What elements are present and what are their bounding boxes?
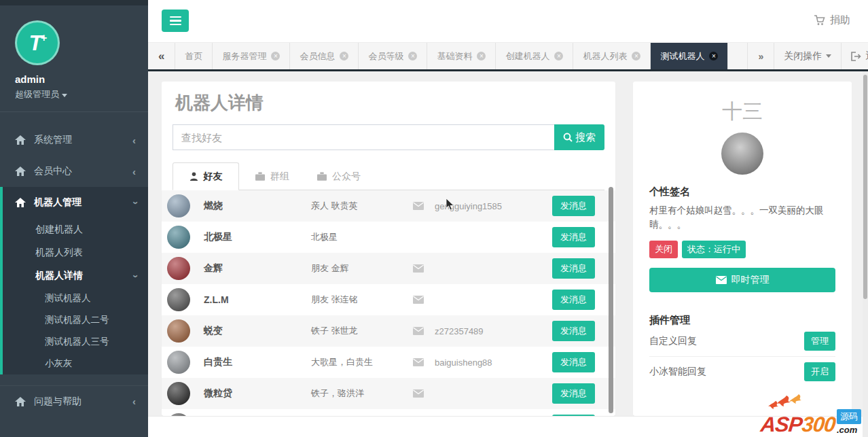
send-message-button[interactable]: 发消息: [552, 258, 595, 279]
friend-row[interactable]: 微粒贷 铁子，骆洪洋 发消息: [162, 378, 615, 409]
instant-manage-button[interactable]: 即时管理: [649, 268, 835, 292]
plugin-row-xiaoice-reply: 小冰智能回复 开启: [649, 357, 835, 387]
friend-row[interactable]: 燃烧 亲人 耿贵英 gengguiying1585 发消息: [162, 190, 615, 222]
home-icon: [15, 397, 26, 406]
manage-plugin-button[interactable]: 管理: [804, 332, 835, 351]
friend-row[interactable]: 蜕变 铁子 张世龙 z272357489 发消息: [162, 315, 615, 347]
plugin-row-custom-reply: 自定义回复 管理: [649, 327, 835, 357]
avatar: [167, 194, 190, 217]
username: admin: [15, 73, 148, 85]
send-message-button[interactable]: 发消息: [552, 383, 595, 404]
enable-plugin-button[interactable]: 开启: [804, 362, 835, 381]
sidebar-item-test-robot-2[interactable]: 测试机器人二号: [3, 309, 148, 331]
avatar: [167, 382, 190, 405]
tab-test-robot-active[interactable]: 测试机器人 ×: [651, 43, 728, 69]
close-tab-icon[interactable]: ×: [271, 52, 280, 60]
status-badges: 关闭 状态：运行中: [649, 241, 835, 258]
donate-button[interactable]: 捐助: [814, 14, 850, 27]
close-operations-dropdown[interactable]: 关闭操作: [774, 43, 841, 69]
logout-button[interactable]: 退出: [841, 43, 868, 69]
briefcase-icon: [317, 172, 327, 181]
sidebar-item-robot-management[interactable]: 机器人管理 ‹: [3, 187, 148, 218]
sidebar-toggle-button[interactable]: [162, 10, 189, 32]
mail-icon: [413, 264, 424, 273]
close-tab-icon[interactable]: ×: [632, 52, 640, 60]
robot-name: 十三: [649, 98, 835, 126]
friend-row[interactable]: 白贵生 大歌星，白贵生 baiguisheng88 发消息: [162, 347, 615, 378]
mail-icon: [413, 296, 424, 304]
tab-groups[interactable]: 群组: [239, 162, 306, 190]
robot-avatar: [721, 133, 763, 175]
close-tab-icon[interactable]: ×: [709, 52, 718, 60]
user-role-dropdown[interactable]: 超级管理员: [15, 88, 148, 101]
send-message-button[interactable]: 发消息: [552, 227, 595, 247]
avatar: [167, 226, 190, 249]
friend-row[interactable]: Z.L.M 朋友 张连铭 发消息: [162, 284, 615, 315]
home-icon: [15, 198, 26, 207]
status-badge: 状态：运行中: [682, 241, 746, 258]
tab-home[interactable]: 首页: [175, 43, 213, 69]
asp300-watermark: ASP300 源码 .com: [761, 409, 861, 435]
content-area: 机器人详情 搜索 好友: [148, 71, 868, 416]
signature-text: 村里有个姑娘叫赵雪。。。一双美丽的大眼睛。。。: [649, 204, 835, 232]
sidebar-item-create-robot[interactable]: 创建机器人: [3, 218, 148, 241]
sidebar-item-xiaohuihui[interactable]: 小灰灰: [3, 353, 148, 374]
sidebar-item-robot-detail[interactable]: 机器人详情 ‹: [3, 264, 148, 287]
scrollbar-thumb[interactable]: [863, 75, 867, 299]
friend-row[interactable]: 金辉 朋友 金辉 发消息: [162, 253, 615, 284]
watermark-brand: ASP300: [759, 414, 836, 435]
person-icon: [189, 172, 198, 181]
tab-member-info[interactable]: 会员信息 ×: [290, 43, 359, 69]
tab-robot-list[interactable]: 机器人列表 ×: [573, 43, 651, 69]
friend-row[interactable]: 北极星 北极星 发消息: [162, 222, 615, 253]
close-tab-icon[interactable]: ×: [408, 52, 417, 60]
friend-list: 燃烧 亲人 耿贵英 gengguiying1585 发消息 北极星 北极星 发消…: [162, 190, 615, 416]
avatar: [167, 288, 190, 311]
tabs-scroll-left-button[interactable]: «: [148, 43, 175, 69]
logo-letter: T: [29, 31, 41, 56]
tab-server-management[interactable]: 服务器管理 ×: [213, 43, 290, 69]
sidebar-item-robot-list[interactable]: 机器人列表: [3, 241, 148, 264]
window-scrollbar[interactable]: [863, 71, 868, 437]
friend-list-tabs: 好友 群组 公众号: [173, 162, 604, 190]
close-tab-icon[interactable]: ×: [477, 52, 486, 60]
chevron-left-icon: ‹: [132, 396, 136, 407]
mail-icon: [716, 276, 727, 284]
tab-basic-data[interactable]: 基础资料 ×: [427, 43, 496, 69]
list-scrollbar[interactable]: [609, 187, 613, 413]
tab-friends[interactable]: 好友: [173, 162, 239, 190]
watermark-tag: 源码: [837, 409, 861, 424]
chevron-left-icon: ‹: [132, 166, 136, 177]
sidebar-item-help[interactable]: 问题与帮助 ‹: [0, 385, 148, 417]
send-message-button[interactable]: 发消息: [552, 196, 595, 216]
sidebar-item-test-robot[interactable]: 测试机器人: [3, 287, 148, 309]
chevron-down-icon: ‹: [128, 201, 140, 205]
tab-create-robot[interactable]: 创建机器人 ×: [496, 43, 573, 69]
close-tab-icon[interactable]: ×: [340, 52, 348, 60]
sidebar-item-members[interactable]: 会员中心 ‹: [0, 156, 148, 187]
caret-down-icon: [826, 54, 831, 58]
tab-official-accounts[interactable]: 公众号: [306, 162, 372, 190]
search-bar: 搜索: [173, 124, 604, 150]
friend-row-partial[interactable]: 发消息: [162, 409, 615, 416]
send-message-button[interactable]: 发消息: [552, 290, 595, 310]
top-navbar: 捐助: [148, 0, 868, 42]
sidebar-item-system[interactable]: 系统管理 ‹: [0, 124, 148, 156]
tab-member-level[interactable]: 会员等级 ×: [359, 43, 427, 69]
search-icon: [563, 133, 573, 142]
logo-plus: +: [41, 32, 46, 44]
send-message-button[interactable]: 发消息: [552, 321, 595, 341]
search-button[interactable]: 搜索: [554, 124, 604, 150]
avatar: [167, 319, 190, 343]
robot-detail-card: 机器人详情 搜索 好友: [162, 82, 615, 416]
page-title: 机器人详情: [175, 91, 604, 115]
sidebar-item-test-robot-3[interactable]: 测试机器人三号: [3, 331, 148, 353]
tabs-scroll-right-button[interactable]: »: [747, 43, 774, 69]
close-badge[interactable]: 关闭: [649, 241, 678, 258]
mail-icon: [413, 202, 424, 210]
home-icon: [15, 135, 26, 145]
search-input[interactable]: [173, 124, 554, 150]
close-tab-icon[interactable]: ×: [554, 52, 563, 60]
send-message-button[interactable]: 发消息: [552, 352, 595, 372]
tabstrip-spacer: [728, 43, 747, 69]
